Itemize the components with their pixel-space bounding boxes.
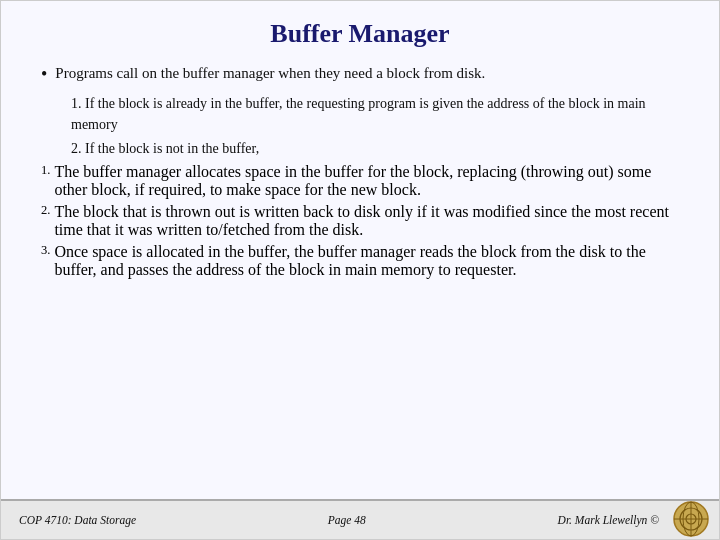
level2-item-1: 1. The buffer manager allocates space in… <box>41 163 679 199</box>
level2-num-2: 2. <box>41 203 50 218</box>
footer-course: COP 4710: Data Storage <box>19 514 136 526</box>
level2-item-3: 3. Once space is allocated in the buffer… <box>41 243 679 279</box>
level2-item-2: 2. The block that is thrown out is writt… <box>41 203 679 239</box>
level1-item-1: 1. If the block is already in the buffer… <box>71 94 679 135</box>
level2-text-2: The block that is thrown out is written … <box>54 203 679 239</box>
slide-content: Buffer Manager • Programs call on the bu… <box>1 1 719 499</box>
level2-text-3: Once space is allocated in the buffer, t… <box>54 243 679 279</box>
footer-author: Dr. Mark Llewellyn © <box>558 514 659 526</box>
bullet-dot: • <box>41 63 47 86</box>
level1-item-2: 2. If the block is not in the buffer, <box>71 139 679 159</box>
bullet-main-1: • Programs call on the buffer manager wh… <box>41 63 679 86</box>
level2-num-1: 1. <box>41 163 50 178</box>
footer-logo <box>673 501 709 537</box>
slide-title: Buffer Manager <box>41 19 679 49</box>
level2-text-1: The buffer manager allocates space in th… <box>54 163 679 199</box>
bullet-main-text: Programs call on the buffer manager when… <box>55 63 679 85</box>
slide-footer: COP 4710: Data Storage Page 48 Dr. Mark … <box>1 499 719 539</box>
footer-page: Page 48 <box>328 514 366 526</box>
slide: Buffer Manager • Programs call on the bu… <box>0 0 720 540</box>
level2-num-3: 3. <box>41 243 50 258</box>
